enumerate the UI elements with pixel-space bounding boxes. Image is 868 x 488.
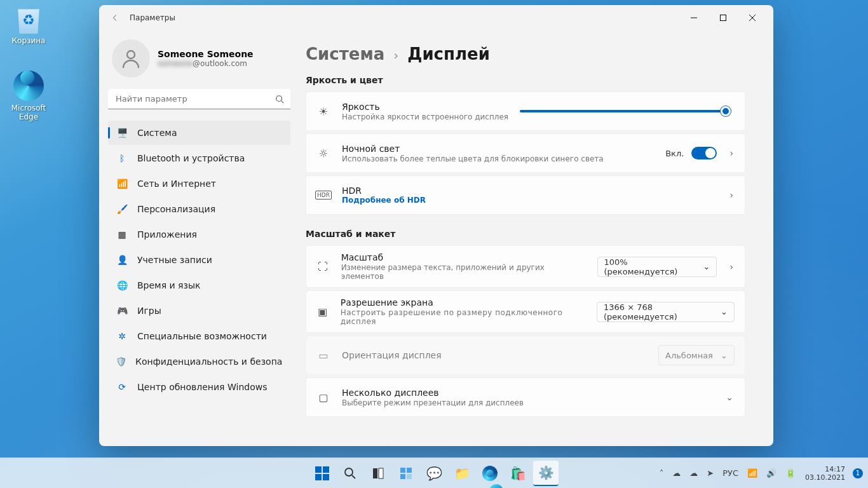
desktop-label: Microsoft Edge xyxy=(3,104,54,121)
widgets-button[interactable] xyxy=(393,461,419,486)
chevron-right-icon[interactable]: › xyxy=(728,148,735,158)
search-icon xyxy=(275,94,284,106)
sidebar-item-accounts[interactable]: 👤Учетные записи xyxy=(108,248,290,272)
settings-button[interactable]: ⚙️ xyxy=(533,461,559,486)
tray-battery-icon[interactable]: 🔋 xyxy=(782,458,799,488)
sidebar-item-privacy[interactable]: 🛡️Конфиденциальность и безопасность xyxy=(108,349,290,374)
accessibility-icon: ✲ xyxy=(116,330,128,342)
recycle-bin-icon xyxy=(13,3,44,34)
svg-rect-13 xyxy=(400,474,405,479)
sidebar-item-personalization[interactable]: 🖌️Персонализация xyxy=(108,197,290,221)
svg-line-6 xyxy=(281,101,284,104)
night-light-toggle[interactable] xyxy=(691,147,717,159)
card-hdr[interactable]: HDR HDR Подробнее об HDR › xyxy=(306,175,745,215)
bluetooth-icon: ᛒ xyxy=(116,152,128,165)
chevron-down-icon: ⌄ xyxy=(721,351,728,360)
windows-logo-icon xyxy=(315,466,329,480)
brush-icon: 🖌️ xyxy=(116,203,128,215)
sidebar: Someone Someone someone@outlook.com 🖥️Си… xyxy=(99,30,299,446)
sidebar-item-bluetooth[interactable]: ᛒBluetooth и устройства xyxy=(108,146,290,170)
chevron-down-icon: ⌄ xyxy=(721,307,728,316)
section-brightness-color: Яркость и цвет xyxy=(306,75,745,85)
scale-dropdown[interactable]: 100% (рекомендуется)⌄ xyxy=(597,257,717,277)
breadcrumb: Система › Дисплей xyxy=(306,44,745,64)
explorer-button[interactable]: 📁 xyxy=(449,461,475,486)
chevron-right-icon: › xyxy=(393,48,398,63)
breadcrumb-parent[interactable]: Система xyxy=(306,44,384,64)
sidebar-item-gaming[interactable]: 🎮Игры xyxy=(108,299,290,323)
sidebar-item-apps[interactable]: ▦Приложения xyxy=(108,222,290,247)
edge-button[interactable] xyxy=(477,461,503,486)
sidebar-item-network[interactable]: 📶Сеть и Интернет xyxy=(108,172,290,196)
person-icon: 👤 xyxy=(116,254,128,266)
search-button[interactable] xyxy=(337,461,363,486)
notification-badge[interactable]: 1 xyxy=(853,468,863,478)
search-box xyxy=(108,89,290,109)
svg-rect-1 xyxy=(721,15,726,21)
gamepad-icon: 🎮 xyxy=(116,304,128,317)
desktop-recycle-bin[interactable]: Корзина xyxy=(3,3,54,45)
chevron-right-icon[interactable]: › xyxy=(728,190,735,200)
chevron-down-icon: ⌄ xyxy=(703,262,710,271)
app-title: Параметры xyxy=(130,13,175,22)
resolution-dropdown[interactable]: 868 × 488 (рекомендуется)⌄ xyxy=(597,302,735,322)
account-block[interactable]: Someone Someone someone@outlook.com xyxy=(108,30,290,89)
tray-clock[interactable]: 14:17 03.10.2021 xyxy=(801,465,849,482)
start-button[interactable] xyxy=(309,461,335,486)
apps-icon: ▦ xyxy=(116,228,128,241)
card-multi-display[interactable]: ▢ Несколько дисплеев Выберите режим през… xyxy=(306,377,745,417)
minimize-button[interactable] xyxy=(679,8,709,28)
card-night-light[interactable]: ☼ Ночной свет Использовать более теплые … xyxy=(306,133,745,173)
orientation-icon: ▭ xyxy=(316,349,330,362)
sidebar-item-system[interactable]: 🖥️Система xyxy=(108,121,290,145)
sidebar-item-accessibility[interactable]: ✲Специальные возможности xyxy=(108,324,290,348)
tray-onedrive-icon[interactable]: ☁ xyxy=(669,458,684,488)
svg-point-7 xyxy=(345,468,353,476)
task-view-button[interactable] xyxy=(365,461,391,486)
tray-chevron-icon[interactable]: ˄ xyxy=(656,458,667,488)
tray-wifi-icon[interactable]: 📶 xyxy=(744,458,761,488)
card-brightness: ☀ Яркость Настройка яркости встроенного … xyxy=(306,92,745,131)
svg-rect-12 xyxy=(407,468,412,473)
wifi-icon: 📶 xyxy=(116,177,128,190)
settings-window: Параметры Someone Someone someone@outloo… xyxy=(99,5,773,446)
orientation-dropdown: Альбомная⌄ xyxy=(658,345,735,365)
resolution-icon: ▣ xyxy=(316,306,329,318)
scale-icon: ⛶ xyxy=(316,261,330,273)
brightness-slider[interactable] xyxy=(520,110,731,112)
sun-icon: ☀ xyxy=(316,105,330,118)
tray-volume-icon[interactable]: 🔊 xyxy=(763,458,780,488)
maximize-button[interactable] xyxy=(709,8,738,28)
desktop-edge[interactable]: Microsoft Edge xyxy=(3,64,54,121)
close-button[interactable] xyxy=(738,8,767,28)
multi-display-icon: ▢ xyxy=(316,391,330,403)
svg-rect-14 xyxy=(407,474,412,479)
card-scale[interactable]: ⛶ Масштаб Изменение размера текста, прил… xyxy=(306,245,745,288)
chat-button[interactable]: 💬 xyxy=(421,461,447,486)
update-icon: ⟳ xyxy=(116,381,128,393)
globe-icon: 🌐 xyxy=(116,279,128,292)
edge-icon xyxy=(13,71,44,101)
chevron-right-icon[interactable]: › xyxy=(728,262,735,272)
svg-rect-10 xyxy=(379,468,383,478)
content: Система › Дисплей Яркость и цвет ☀ Яркос… xyxy=(299,30,773,446)
chevron-down-icon[interactable]: ⌄ xyxy=(724,392,735,402)
hdr-link[interactable]: Подробнее об HDR xyxy=(342,196,426,205)
sidebar-item-update[interactable]: ⟳Центр обновления Windows xyxy=(108,375,290,399)
avatar-icon xyxy=(112,39,150,78)
tray-language[interactable]: РУС xyxy=(719,458,742,488)
slider-thumb[interactable] xyxy=(721,106,731,116)
tray-telegram-icon[interactable]: ➤ xyxy=(703,458,717,488)
svg-point-4 xyxy=(127,51,135,58)
tray-weather-icon[interactable]: ☁ xyxy=(686,458,701,488)
svg-line-8 xyxy=(352,475,355,478)
breadcrumb-current: Дисплей xyxy=(407,44,490,64)
edge-icon xyxy=(482,466,498,481)
back-button[interactable] xyxy=(105,8,125,27)
night-light-icon: ☼ xyxy=(316,147,330,159)
store-button[interactable]: 🛍️ xyxy=(505,461,531,486)
section-scale-layout: Масштаб и макет xyxy=(306,229,745,239)
search-input[interactable] xyxy=(108,89,290,109)
sidebar-item-time[interactable]: 🌐Время и язык xyxy=(108,273,290,297)
svg-point-5 xyxy=(276,96,282,102)
